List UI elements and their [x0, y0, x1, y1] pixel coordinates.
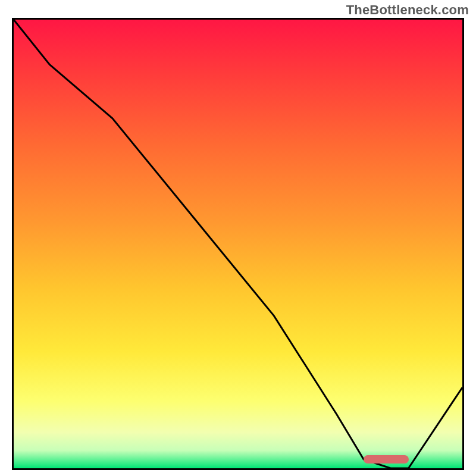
watermark-text: TheBottleneck.com	[346, 2, 469, 18]
optimal-range-marker	[364, 455, 408, 464]
chart-container: TheBottleneck.com	[0, 0, 476, 476]
plot-area	[12, 18, 464, 470]
bottleneck-curve	[14, 20, 462, 468]
